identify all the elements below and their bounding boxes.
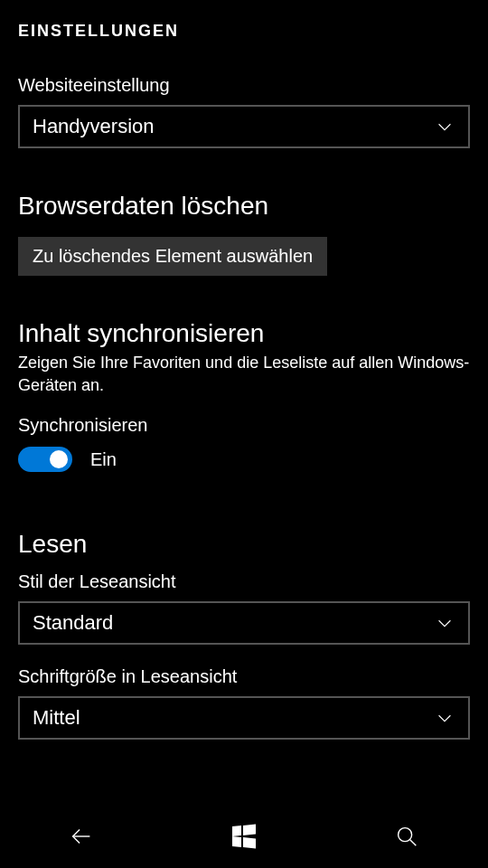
chevron-down-icon xyxy=(434,116,455,137)
search-button[interactable] xyxy=(352,809,461,863)
sync-title: Inhalt synchronisieren xyxy=(18,319,470,348)
reading-style-select[interactable]: Standard xyxy=(18,601,470,645)
home-windows-button[interactable] xyxy=(190,809,298,863)
settings-content: Websiteeinstellung Handyversion Browserd… xyxy=(0,48,488,805)
reading-title: Lesen xyxy=(18,530,470,559)
back-button[interactable] xyxy=(27,809,136,863)
reading-font-label: Schriftgröße in Leseansicht xyxy=(18,666,470,687)
reading-style-label: Stil der Leseansicht xyxy=(18,571,470,592)
toggle-knob xyxy=(50,450,68,468)
sync-toggle[interactable] xyxy=(18,447,72,472)
svg-point-1 xyxy=(399,828,412,842)
nav-bar xyxy=(0,805,488,868)
sync-toggle-state: Ein xyxy=(90,449,117,470)
website-setting-value: Handyversion xyxy=(33,115,155,138)
clear-data-title: Browserdaten löschen xyxy=(18,192,470,221)
chevron-down-icon xyxy=(434,612,455,634)
sync-toggle-label: Synchronisieren xyxy=(18,415,470,436)
chevron-down-icon xyxy=(434,707,455,729)
choose-clear-items-button[interactable]: Zu löschendes Element auswählen xyxy=(18,237,327,276)
reading-font-select[interactable]: Mittel xyxy=(18,696,470,740)
website-setting-label: Websiteeinstellung xyxy=(18,75,470,96)
sync-description: Zeigen Sie Ihre Favoriten und die Leseli… xyxy=(18,352,470,397)
website-setting-select[interactable]: Handyversion xyxy=(18,105,470,148)
svg-line-2 xyxy=(410,840,417,846)
windows-icon xyxy=(232,826,256,847)
page-title: EINSTELLUNGEN xyxy=(0,0,488,48)
reading-font-value: Mittel xyxy=(33,706,80,730)
reading-style-value: Standard xyxy=(33,611,113,635)
